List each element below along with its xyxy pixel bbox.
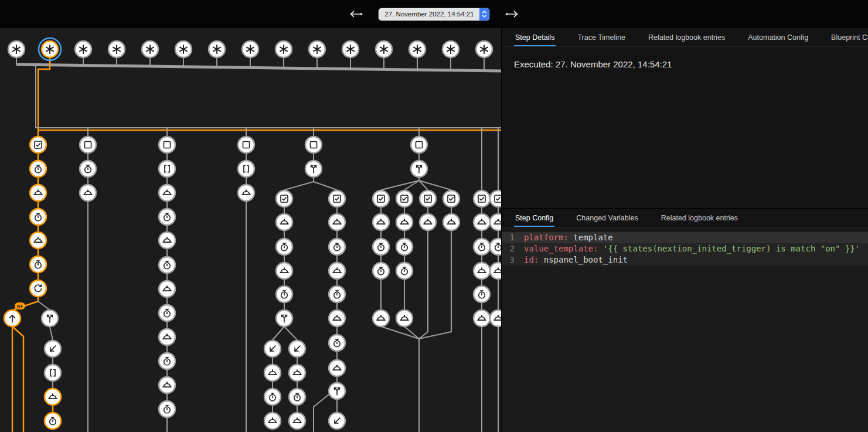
graph-node-asterisk[interactable] [209, 41, 225, 57]
graph-node-room-service[interactable] [159, 377, 175, 393]
details-tab-trace-timeline[interactable]: Trace Timeline [576, 28, 627, 46]
graph-node-room-service[interactable] [420, 214, 436, 230]
graph-node-arrow-bottom-left[interactable] [264, 341, 281, 357]
graph-node-split[interactable] [276, 310, 292, 326]
graph-node-arrow-bottom-left[interactable] [289, 341, 305, 357]
graph-node-timer[interactable] [490, 239, 501, 255]
graph-node-room-service[interactable] [329, 360, 345, 376]
graph-node-timer[interactable] [159, 401, 175, 417]
graph-node-timer[interactable] [329, 239, 345, 255]
graph-node-room-service[interactable] [238, 185, 254, 201]
graph-node-room-service[interactable] [474, 214, 490, 230]
graph-node-room-service[interactable] [474, 263, 490, 279]
run-picker[interactable]: 27. November 2022, 14:54:21 [379, 8, 489, 21]
graph-node-room-service[interactable] [159, 329, 175, 345]
graph-node-checkbox-marked[interactable] [30, 137, 46, 153]
graph-node-timer[interactable] [30, 256, 46, 273]
graph-node-timer[interactable] [30, 161, 46, 177]
graph-node-room-service[interactable] [443, 214, 459, 230]
graph-node-room-service[interactable] [276, 214, 292, 230]
graph-node-checkbox-marked[interactable] [329, 191, 345, 207]
graph-node-timer[interactable] [159, 257, 175, 273]
graph-node-asterisk[interactable] [409, 41, 426, 57]
graph-node-room-service[interactable] [30, 232, 46, 249]
details-tab-automation-config[interactable]: Automation Config [747, 28, 809, 46]
graph-node-checkbox-marked[interactable] [373, 191, 389, 207]
graph-node-room-service[interactable] [474, 310, 490, 326]
graph-node-asterisk[interactable] [142, 41, 158, 57]
graph-node-split[interactable] [305, 161, 322, 177]
graph-node-timer[interactable] [264, 389, 281, 405]
graph-node-timer[interactable] [276, 239, 292, 255]
graph-node-room-service[interactable] [159, 185, 175, 201]
graph-node-timer[interactable] [276, 286, 292, 302]
graph-node-arrow-up[interactable]: 9+ [4, 302, 25, 326]
graph-node-brackets[interactable] [45, 365, 61, 381]
graph-node-asterisk[interactable] [376, 41, 392, 57]
graph-node-timer[interactable] [159, 305, 175, 321]
graph-node-asterisk[interactable] [108, 41, 125, 57]
graph-node-refresh[interactable] [30, 280, 46, 297]
graph-node-timer[interactable] [45, 413, 61, 429]
graph-node-room-service[interactable] [289, 413, 305, 429]
graph-node-asterisk[interactable] [39, 38, 61, 60]
graph-node-checkbox-blank[interactable] [159, 137, 175, 153]
graph-node-room-service[interactable] [329, 263, 345, 279]
graph-node-asterisk[interactable] [242, 41, 258, 57]
graph-node-timer[interactable] [329, 286, 345, 302]
graph-node-checkbox-marked[interactable] [490, 191, 501, 207]
graph-node-brackets[interactable] [238, 161, 254, 177]
config-tab-changed-variables[interactable]: Changed Variables [575, 209, 639, 227]
yaml-code-block[interactable]: 1platform: template2value_template: '{{ … [502, 227, 868, 432]
graph-node-timer[interactable] [396, 263, 413, 279]
graph-node-room-service[interactable] [80, 185, 96, 201]
config-tab-related-logbook-entries[interactable]: Related logbook entries [660, 209, 739, 227]
graph-node-room-service[interactable] [396, 214, 413, 230]
graph-node-timer[interactable] [159, 209, 175, 225]
graph-node-timer[interactable] [474, 239, 490, 255]
graph-node-room-service[interactable] [159, 232, 175, 249]
graph-node-asterisk[interactable] [8, 41, 25, 57]
graph-node-room-service[interactable] [329, 310, 345, 326]
graph-node-checkbox-blank[interactable] [80, 137, 96, 153]
graph-node-room-service[interactable] [329, 214, 345, 230]
graph-node-room-service[interactable] [490, 263, 501, 279]
graph-node-asterisk[interactable] [342, 41, 359, 57]
graph-node-checkbox-marked[interactable] [474, 191, 490, 207]
graph-node-timer[interactable] [159, 353, 175, 369]
graph-node-timer[interactable] [80, 161, 96, 177]
graph-node-timer[interactable] [373, 263, 389, 279]
graph-node-checkbox-blank[interactable] [305, 137, 322, 153]
graph-node-asterisk[interactable] [476, 41, 492, 57]
next-run-button[interactable] [501, 8, 523, 20]
graph-node-timer[interactable] [474, 286, 490, 302]
graph-node-asterisk[interactable] [175, 41, 192, 57]
graph-node-checkbox-marked[interactable] [443, 191, 459, 207]
graph-node-room-service[interactable] [490, 214, 501, 230]
graph-node-timer[interactable] [373, 239, 389, 255]
graph-node-split[interactable] [411, 161, 427, 177]
graph-node-asterisk[interactable] [309, 41, 325, 57]
graph-node-timer[interactable] [289, 389, 305, 405]
details-tab-related-logbook-entries[interactable]: Related logbook entries [647, 28, 726, 46]
graph-node-room-service[interactable] [159, 281, 175, 297]
graph-node-room-service[interactable] [264, 413, 281, 429]
graph-node-room-service[interactable] [276, 263, 292, 279]
graph-node-room-service[interactable] [490, 310, 501, 326]
graph-node-room-service[interactable] [373, 214, 389, 230]
graph-node-checkbox-blank[interactable] [411, 137, 427, 153]
details-tab-blueprint-config[interactable]: Blueprint Config [830, 28, 868, 46]
graph-node-room-service[interactable] [289, 365, 305, 381]
graph-node-arrow-bottom-left[interactable] [45, 341, 61, 357]
graph-node-timer[interactable] [30, 209, 46, 225]
graph-node-asterisk[interactable] [75, 41, 91, 57]
graph-node-room-service[interactable] [45, 389, 61, 405]
graph-node-arrow-bottom-left[interactable] [329, 413, 345, 429]
graph-node-split[interactable] [42, 310, 58, 326]
config-tab-step-config[interactable]: Step Config [514, 209, 554, 227]
graph-node-timer[interactable] [396, 239, 413, 255]
previous-run-button[interactable] [345, 8, 367, 20]
graph-node-checkbox-marked[interactable] [276, 191, 292, 207]
graph-node-brackets[interactable] [159, 161, 175, 177]
graph-node-room-service[interactable] [264, 365, 281, 381]
